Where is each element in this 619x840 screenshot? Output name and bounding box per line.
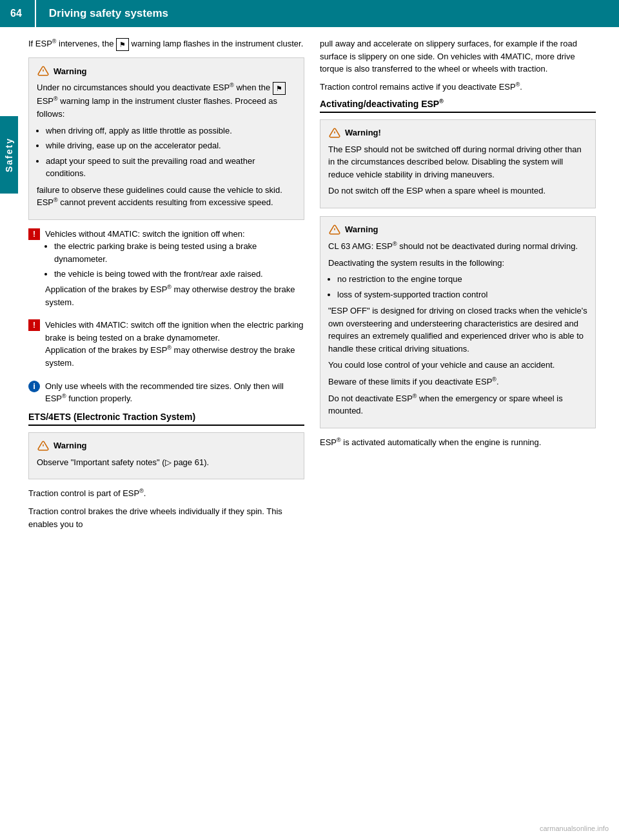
warning-triangle-icon-2 (37, 439, 50, 452)
content-area: If ESP® intervenes, the ⚑ warning lamp f… (0, 27, 619, 546)
intro-text: If ESP® intervenes, the ⚑ warning lamp f… (28, 37, 304, 51)
left-column: If ESP® intervenes, the ⚑ warning lamp f… (28, 37, 304, 535)
warning-box-2: Warning Observe "Important safety notes"… (28, 432, 304, 480)
footer-text-right: ESP® is activated automatically when the… (320, 436, 596, 449)
warning-box-3: Warning! The ESP should not be switched … (320, 119, 596, 208)
note1-bullets: the electric parking brake is being test… (54, 240, 304, 281)
red-exclamation-icon-2: ! (28, 319, 40, 331)
red-exclamation-icon-1: ! (28, 228, 40, 240)
warning-title-1: Warning (37, 65, 296, 77)
note-blue-info: i Only use wheels with the recommended t… (28, 380, 304, 405)
warning-triangle-icon-4 (328, 223, 341, 236)
warning1-bullets: when driving off, apply as little thrott… (46, 125, 296, 180)
section-heading-ets: ETS/4ETS (Electronic Traction System) (28, 412, 304, 426)
note-with-4matic: ! Vehicles with 4MATIC: switch off the i… (28, 319, 304, 373)
warning-box-4: Warning CL 63 AMG: ESP® should not be de… (320, 216, 596, 428)
pull-text-2: Traction control remains active if you d… (320, 81, 596, 94)
section-heading-activate: Activating/deactivating ESP® (320, 98, 596, 113)
warning-box-1: Warning Under no circumstances should yo… (28, 57, 304, 220)
warning4-bullets: no restriction to the engine torque loss… (337, 273, 587, 301)
safety-tab: Safety (0, 116, 18, 194)
note-without-4matic: ! Vehicles without 4MATIC: switch the ig… (28, 228, 304, 312)
warning-title-2: Warning (37, 439, 296, 452)
footer-text-1-left: Traction control is part of ESP®. (28, 487, 304, 500)
warning-triangle-icon-3 (328, 126, 341, 139)
footer-text-2-left: Traction control brakes the drive wheels… (28, 505, 304, 530)
watermark: carmanualsonline.info (540, 825, 609, 832)
pull-text-1: pull away and accelerate on slippery sur… (320, 37, 596, 75)
chapter-title: Driving safety systems (49, 7, 168, 20)
page-number: 64 (10, 0, 36, 27)
blue-info-icon: i (28, 381, 40, 392)
warning-title-4: Warning (328, 223, 587, 236)
warning-triangle-icon-1 (37, 65, 50, 77)
right-column: pull away and accelerate on slippery sur… (320, 37, 596, 535)
esp-icon: ⚑ (116, 38, 129, 52)
header-bar: 64 Driving safety systems (0, 0, 619, 27)
esp-icon-2: ⚑ (273, 82, 286, 95)
warning-title-3: Warning! (328, 126, 587, 139)
